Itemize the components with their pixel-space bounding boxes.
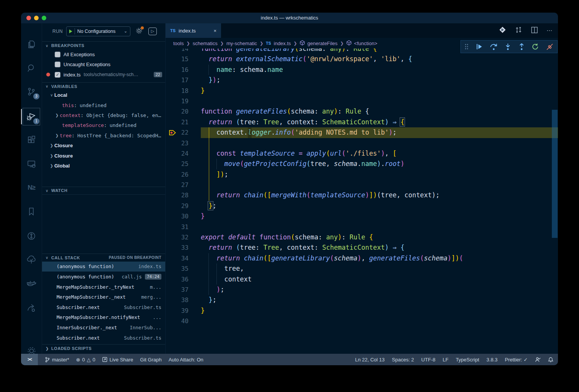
code-line-16[interactable]: 16 name: schema.name bbox=[166, 65, 558, 75]
variable-context[interactable]: ❯ context: Object {debug: false, en… bbox=[42, 110, 165, 120]
step-into-icon[interactable] bbox=[505, 43, 511, 50]
live-share-status[interactable]: Live Share bbox=[102, 357, 133, 363]
breadcrumb-function[interactable]: <function> bbox=[354, 41, 377, 46]
gutter-line-18[interactable]: 18 bbox=[166, 86, 201, 96]
gutter-line-37[interactable]: 37 bbox=[166, 285, 201, 295]
variable-templatesource[interactable]: templateSource: undefined bbox=[42, 120, 165, 130]
call-stack-frame-2[interactable]: MergeMapSubscriber._tryNextm... bbox=[42, 282, 165, 292]
step-out-icon[interactable] bbox=[519, 43, 525, 50]
variable-tree[interactable]: ❯ tree: HostTree {_backend: ScopedH… bbox=[42, 130, 165, 140]
launch-configuration-dropdown[interactable]: No Configurations ⌄ bbox=[66, 26, 130, 36]
code-line-25[interactable]: 25 move(getProjectConfig(tree, schema.na… bbox=[166, 159, 558, 169]
compare-changes-icon[interactable] bbox=[515, 26, 522, 35]
breakpoint-all-exceptions[interactable]: All Exceptions bbox=[42, 49, 165, 60]
code-line-32[interactable]: 32export default function(schema: any): … bbox=[166, 232, 558, 242]
code-line-36[interactable]: 36 context bbox=[166, 274, 558, 285]
toolbar-drag-handle[interactable] bbox=[465, 44, 468, 50]
gutter-line-23[interactable]: 23 bbox=[166, 138, 201, 148]
gutter-line-30[interactable]: 30 bbox=[166, 211, 201, 221]
debug-console-icon[interactable]: ▷ bbox=[148, 28, 157, 35]
code-line-22[interactable]: 22 context.logger.info('adding NOTES.md … bbox=[166, 127, 558, 138]
editor-scrollbar[interactable] bbox=[552, 110, 558, 238]
call-stack-frame-4[interactable]: Subscriber.nextSubscriber.ts bbox=[42, 302, 165, 312]
scope-global[interactable]: ❯ Global bbox=[42, 161, 165, 171]
gutter-line-31[interactable]: 31 bbox=[166, 222, 201, 232]
notifications-bell-icon[interactable] bbox=[548, 357, 553, 363]
code-editor[interactable]: 14function generateLibrary(schema: any):… bbox=[166, 49, 558, 354]
close-tab-icon[interactable]: × bbox=[213, 28, 216, 34]
gutter-line-29[interactable]: 29 bbox=[166, 201, 201, 211]
gutter-line-14[interactable]: 14 bbox=[166, 49, 201, 54]
breadcrumb-generatefiles[interactable]: generateFiles bbox=[307, 41, 338, 46]
breakpoint-indexts[interactable]: ✓ index.ts tools/schematics/my-sch… 22 bbox=[42, 70, 165, 80]
breakpoint-uncaught-exceptions[interactable]: Uncaught Exceptions bbox=[42, 60, 165, 70]
breadcrumb-my-schematic[interactable]: my-schematic bbox=[226, 41, 257, 46]
code-line-40[interactable]: 40 bbox=[166, 316, 558, 326]
git-graph-status[interactable]: Git Graph bbox=[140, 357, 161, 363]
language-status[interactable]: TypeScript bbox=[456, 357, 479, 363]
share-icon[interactable] bbox=[21, 298, 42, 318]
call-stack-frame-5[interactable]: MergeMapSubscriber.notifyNext... bbox=[42, 312, 165, 323]
breadcrumb-tools[interactable]: tools bbox=[173, 41, 184, 46]
configure-gear-icon[interactable] bbox=[135, 27, 143, 36]
gutter-line-32[interactable]: 32 bbox=[166, 232, 201, 242]
checkbox-checked[interactable]: ✓ bbox=[55, 72, 60, 78]
run-and-debug-icon[interactable]: 1 bbox=[21, 107, 42, 127]
gutter-line-24[interactable]: 24 bbox=[166, 148, 201, 159]
explorer-icon[interactable] bbox=[21, 34, 42, 54]
call-stack-frame-1[interactable]: (anonymous function)call.js74:24 bbox=[42, 272, 165, 282]
gutter-line-16[interactable]: 16 bbox=[166, 65, 201, 75]
more-actions-icon[interactable]: ⋯ bbox=[546, 27, 553, 34]
watch-header[interactable]: ∨ WATCH bbox=[42, 187, 165, 195]
breadcrumb-indexts[interactable]: index.ts bbox=[274, 41, 291, 46]
scope-closure-1[interactable]: ❯ Closure bbox=[42, 140, 165, 150]
gutter-line-39[interactable]: 39 bbox=[166, 306, 201, 316]
eol-status[interactable]: LF bbox=[442, 357, 448, 363]
split-editor-icon[interactable] bbox=[531, 26, 538, 35]
cursor-position-status[interactable]: Ln 22, Col 13 bbox=[355, 357, 384, 363]
code-line-39[interactable]: 39} bbox=[166, 306, 558, 316]
search-icon[interactable] bbox=[21, 58, 42, 78]
title-bar[interactable]: index.ts — wrkschematics bbox=[21, 13, 558, 23]
encoding-status[interactable]: UTF-8 bbox=[421, 357, 436, 363]
close-window-button[interactable] bbox=[26, 16, 31, 20]
bookmarks-icon[interactable] bbox=[21, 202, 42, 221]
code-line-28[interactable]: 28 return chain([mergeWith(templateSourc… bbox=[166, 190, 558, 200]
gutter-line-21[interactable]: 21 bbox=[166, 117, 201, 127]
scope-local[interactable]: ∨ Local bbox=[42, 90, 165, 100]
checkbox-unchecked[interactable] bbox=[55, 52, 60, 57]
code-line-38[interactable]: 38 }; bbox=[166, 295, 558, 305]
gutter-line-33[interactable]: 33 bbox=[166, 242, 201, 253]
git-branch-status[interactable]: master* bbox=[45, 357, 69, 363]
call-stack-frame-6[interactable]: InnerSubscriber._nextInnerSub... bbox=[42, 322, 165, 333]
code-line-34[interactable]: 34 return chain([generateLibrary(schema)… bbox=[166, 253, 558, 264]
open-changes-icon[interactable] bbox=[499, 26, 506, 35]
indentation-status[interactable]: Spaces: 2 bbox=[392, 357, 414, 363]
code-line-19[interactable]: 19 bbox=[166, 96, 558, 106]
call-stack-header[interactable]: ∨ CALL STACK PAUSED ON BREAKPOINT bbox=[42, 254, 165, 262]
continue-icon[interactable] bbox=[476, 43, 483, 50]
gutter-line-20[interactable]: 20 bbox=[166, 106, 201, 117]
gitlens-icon[interactable] bbox=[21, 226, 42, 246]
code-line-35[interactable]: 35 tree, bbox=[166, 264, 558, 274]
problems-status[interactable]: ⊗ 0 △ 0 bbox=[76, 357, 95, 363]
call-stack-frame-7[interactable]: Subscriber.nextSubscriber.ts bbox=[42, 333, 165, 343]
step-over-icon[interactable] bbox=[490, 43, 498, 50]
gutter-line-17[interactable]: 17 bbox=[166, 75, 201, 85]
loaded-scripts-header[interactable]: ❯ LOADED SCRIPTS bbox=[42, 344, 165, 352]
disconnect-icon[interactable] bbox=[546, 43, 553, 50]
gutter-line-25[interactable]: 25 bbox=[166, 159, 201, 169]
code-line-26[interactable]: 26 ]); bbox=[166, 169, 558, 180]
minimize-window-button[interactable] bbox=[34, 16, 39, 20]
ts-version-status[interactable]: 3.8.3 bbox=[486, 357, 498, 363]
call-stack-frame-3[interactable]: MergeMapSubscriber._nextmerg... bbox=[42, 292, 165, 302]
gutter-line-38[interactable]: 38 bbox=[166, 295, 201, 305]
code-line-15[interactable]: 15 return externalSchematic('@nrwl/works… bbox=[166, 54, 558, 64]
docker-icon[interactable] bbox=[21, 274, 42, 294]
scope-closure-2[interactable]: ❯ Closure bbox=[42, 151, 165, 161]
code-line-24[interactable]: 24 const templateSource = apply(url('./f… bbox=[166, 148, 558, 159]
call-stack-frame-0[interactable]: (anonymous function)index.ts bbox=[42, 262, 165, 272]
tab-indexts[interactable]: TS index.ts × bbox=[166, 23, 221, 38]
gutter-line-35[interactable]: 35 bbox=[166, 264, 201, 274]
gutter-line-28[interactable]: 28 bbox=[166, 190, 201, 200]
